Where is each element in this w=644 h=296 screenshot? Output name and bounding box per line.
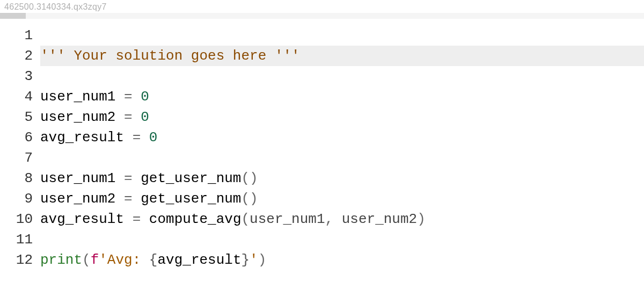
code-token: get_user_num (133, 191, 241, 207)
code-line[interactable]: 9user_num2 = get_user_num() (0, 189, 644, 209)
code-content[interactable]: user_num1 = get_user_num() (40, 168, 644, 189)
code-token: ) (258, 252, 267, 268)
code-content[interactable]: avg_result = 0 (40, 127, 644, 148)
code-line[interactable]: 1 (0, 25, 644, 46)
code-token: user_num2 (40, 109, 124, 125)
code-token: = (124, 170, 133, 186)
code-token: 0 (149, 129, 158, 146)
code-token: { (149, 252, 158, 268)
horizontal-scrollbar-track[interactable] (0, 13, 644, 19)
code-line[interactable]: 5user_num2 = 0 (0, 107, 644, 127)
code-token: f (91, 252, 99, 268)
code-content[interactable]: print(f'Avg: {avg_result}') (40, 250, 644, 270)
horizontal-scrollbar-thumb[interactable] (0, 13, 26, 19)
code-line[interactable]: 3 (0, 66, 644, 86)
code-token: = (124, 191, 133, 207)
line-number: 3 (0, 66, 40, 86)
code-line[interactable]: 4user_num1 = 0 (0, 86, 644, 107)
code-line[interactable]: 7 (0, 148, 644, 168)
code-content[interactable]: ''' Your solution goes here ''' (40, 46, 644, 66)
code-token: avg_result (40, 129, 133, 146)
code-token: () (241, 191, 258, 207)
code-token: ) (417, 211, 426, 227)
code-line[interactable]: 12print(f'Avg: {avg_result}') (0, 250, 644, 270)
line-number: 11 (0, 229, 40, 250)
line-number: 9 (0, 189, 40, 209)
code-token: user_num1 (250, 211, 325, 227)
code-token: ' (250, 252, 258, 268)
code-token: () (241, 170, 258, 186)
file-id-label: 462500.3140334.qx3zqy7 (0, 0, 644, 13)
code-content[interactable]: user_num2 = get_user_num() (40, 189, 644, 209)
code-token: ''' (275, 48, 300, 64)
code-token: user_num1 (40, 89, 124, 105)
code-content[interactable]: user_num1 = 0 (40, 86, 644, 107)
line-number: 2 (0, 46, 40, 66)
code-token: 0 (141, 89, 149, 105)
line-number: 10 (0, 209, 40, 229)
code-token: user_num2 (333, 211, 417, 227)
code-token: avg_result (157, 252, 241, 268)
line-number: 8 (0, 168, 40, 189)
code-token: Your solution goes here (65, 48, 275, 64)
code-token: ( (82, 252, 91, 268)
code-token: = (133, 129, 141, 146)
code-token: ( (241, 211, 250, 227)
code-token (141, 129, 149, 146)
code-line[interactable]: 2''' Your solution goes here ''' (0, 46, 644, 66)
code-line[interactable]: 6avg_result = 0 (0, 127, 644, 148)
line-number: 12 (0, 250, 40, 270)
line-number: 4 (0, 86, 40, 107)
line-number: 5 (0, 107, 40, 127)
code-token (133, 89, 141, 105)
line-number: 1 (0, 25, 40, 46)
code-token: get_user_num (133, 170, 241, 186)
code-token: user_num2 (40, 191, 124, 207)
code-token: = (124, 109, 133, 125)
code-token: 'Avg: (99, 252, 149, 268)
code-line[interactable]: 11 (0, 229, 644, 250)
code-token: = (124, 89, 133, 105)
code-token: compute_avg (141, 211, 241, 227)
code-token: , (325, 211, 334, 227)
code-editor[interactable]: 12''' Your solution goes here '''34user_… (0, 25, 644, 270)
code-token: user_num1 (40, 170, 124, 186)
code-token: avg_result (40, 211, 133, 227)
code-token: ''' (40, 48, 65, 64)
code-token: print (40, 252, 82, 268)
code-token: 0 (141, 109, 149, 125)
code-token: = (133, 211, 141, 227)
code-content[interactable]: user_num2 = 0 (40, 107, 644, 127)
code-token (133, 109, 141, 125)
code-line[interactable]: 10avg_result = compute_avg(user_num1, us… (0, 209, 644, 229)
code-line[interactable]: 8user_num1 = get_user_num() (0, 168, 644, 189)
code-content[interactable]: avg_result = compute_avg(user_num1, user… (40, 209, 644, 229)
line-number: 6 (0, 127, 40, 148)
code-token: } (241, 252, 250, 268)
line-number: 7 (0, 148, 40, 168)
